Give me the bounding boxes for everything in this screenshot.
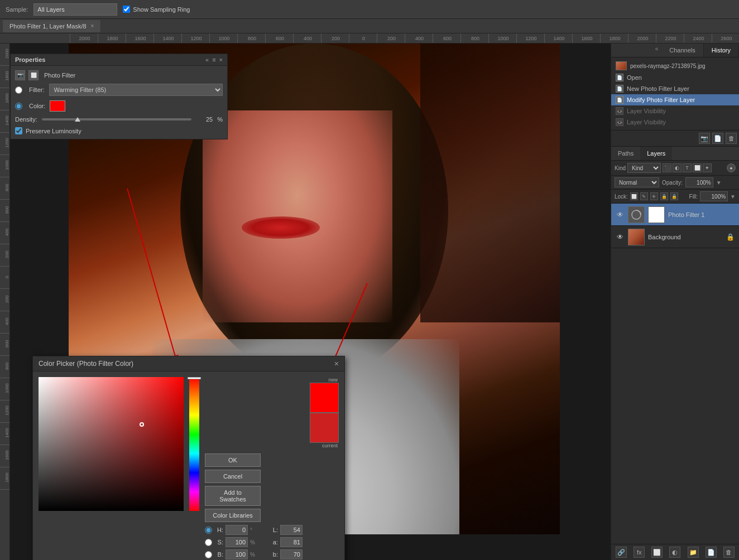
history-panel-tabs: « Channels History: [611, 44, 739, 57]
dialog-title: Color Picker (Photo Filter Color): [39, 360, 133, 368]
paths-tab[interactable]: Paths: [611, 147, 640, 160]
history-item[interactable]: 📄 New Photo Filter Layer: [611, 83, 739, 94]
blab-label: b:: [269, 551, 278, 558]
layer-visibility-toggle-bg[interactable]: 👁: [616, 233, 625, 242]
add-style-btn[interactable]: fx: [634, 547, 645, 558]
opacity-arrow[interactable]: ▼: [716, 180, 722, 186]
h-input[interactable]: [225, 525, 248, 535]
ruler-v-mark: 600: [0, 200, 9, 222]
pixel-filter-icon[interactable]: ⬛: [663, 163, 671, 172]
prop-camera-icon[interactable]: 📷: [15, 70, 25, 80]
new-label: new: [328, 377, 338, 383]
text-filter-icon[interactable]: T: [683, 163, 692, 172]
properties-menu-btn[interactable]: ≡: [212, 56, 215, 63]
show-ring-checkbox[interactable]: [123, 6, 130, 13]
layers-tab[interactable]: Layers: [640, 147, 672, 160]
ruler-v-mark: 600: [0, 334, 9, 356]
dialog-body: new current OK Cancel Add to Swatches Co…: [33, 371, 344, 560]
tab-close-button[interactable]: ×: [91, 23, 94, 29]
properties-body: 📷 ⬜ Photo Filter Filter: Warming Filter …: [11, 66, 227, 139]
s-input[interactable]: [225, 537, 248, 547]
ruler-mark: 1200: [181, 33, 209, 44]
delete-layer-btn[interactable]: 🗑: [723, 547, 735, 558]
add-mask-btn[interactable]: ⬜: [651, 547, 663, 558]
ruler-v-mark: 800: [0, 356, 9, 378]
blab-input[interactable]: [280, 549, 303, 559]
fill-label: Fill:: [689, 194, 698, 200]
ruler-v-mark: 400: [0, 222, 9, 244]
lock-position-icon[interactable]: ✎: [640, 192, 648, 200]
cancel-button[interactable]: Cancel: [205, 470, 261, 483]
prop-mask-icon[interactable]: ⬜: [28, 70, 39, 80]
history-item[interactable]: 📄 Open: [611, 72, 739, 83]
ruler-mark: 1800: [600, 33, 628, 44]
hue-radio[interactable]: [205, 527, 212, 534]
opacity-input[interactable]: [685, 177, 713, 187]
layer-filter-toggle[interactable]: ●: [727, 163, 736, 172]
b-radio[interactable]: [205, 551, 212, 558]
ok-button[interactable]: OK: [205, 453, 261, 467]
panel-collapse-icon[interactable]: «: [652, 44, 662, 57]
preserve-luminosity-checkbox[interactable]: [15, 127, 22, 134]
history-snapshot-btn[interactable]: 📷: [699, 133, 710, 144]
layer-item-background[interactable]: 👁 Background 🔒: [611, 226, 739, 248]
a-input[interactable]: [280, 537, 303, 547]
smart-filter-icon[interactable]: ✦: [703, 163, 712, 172]
new-adjustment-btn[interactable]: ◐: [669, 547, 680, 558]
hue-slider[interactable]: [189, 377, 199, 511]
ruler-v-mark: 1800: [0, 66, 9, 88]
history-item[interactable]: 👁️ Layer Visibility: [611, 105, 739, 117]
l-input[interactable]: [280, 525, 303, 535]
color-swatch[interactable]: [50, 100, 65, 112]
history-list: pexels-raymagz-27138975.jpg 📄 Open 📄 New…: [611, 57, 739, 130]
density-label: Density:: [15, 116, 37, 123]
kind-select[interactable]: Kind: [627, 163, 661, 173]
filter-select[interactable]: Warming Filter (85): [49, 84, 223, 96]
adjustment-filter-icon[interactable]: ◐: [673, 163, 682, 172]
history-item-label: Layer Visibility: [627, 119, 666, 125]
history-item-active[interactable]: 📄 Modify Photo Filter Layer: [611, 94, 739, 105]
color-field[interactable]: [39, 377, 184, 511]
top-toolbar: Sample: All Layers Show Sampling Ring: [0, 0, 739, 19]
blend-mode-select[interactable]: Normal: [615, 177, 659, 187]
new-layer-btn[interactable]: 📄: [706, 547, 717, 558]
preserve-luminosity-row: Preserve Luminosity: [15, 127, 223, 134]
channels-tab[interactable]: Channels: [661, 44, 703, 57]
color-radio[interactable]: [15, 103, 22, 110]
density-slider[interactable]: [42, 118, 191, 120]
add-to-swatches-button[interactable]: Add to Swatches: [205, 486, 261, 506]
lock-pixels-icon[interactable]: ⬜: [630, 192, 638, 200]
fill-arrow[interactable]: ▼: [730, 194, 736, 200]
layer-visibility-toggle[interactable]: 👁: [616, 210, 625, 219]
ruler-v-mark: 1800: [0, 467, 9, 490]
history-trash-btn[interactable]: 🗑: [726, 133, 737, 144]
link-layers-btn[interactable]: 🔗: [616, 547, 627, 558]
history-item[interactable]: pexels-raymagz-27138975.jpg: [611, 60, 739, 72]
s-radio[interactable]: [205, 539, 212, 546]
history-item[interactable]: 👁️ Layer Visibility: [611, 117, 739, 128]
b-input[interactable]: [225, 549, 248, 559]
filter-radio[interactable]: [15, 86, 22, 94]
current-label: current: [322, 443, 338, 448]
color-preview-area: new current: [205, 377, 339, 448]
fill-input[interactable]: [700, 191, 728, 201]
properties-collapse-btn[interactable]: «: [205, 56, 209, 63]
ruler-v-mark: 1000: [0, 155, 9, 177]
shape-filter-icon[interactable]: ⬜: [693, 163, 702, 172]
color-libraries-button[interactable]: Color Libraries: [205, 509, 261, 522]
lock-artboard-icon[interactable]: 🔒: [660, 192, 668, 200]
layer-item-photo-filter[interactable]: 👁 Photo Filter 1: [611, 204, 739, 226]
sample-label: Sample:: [6, 6, 28, 13]
ruler-v-mark: 1600: [0, 445, 9, 467]
history-new-doc-btn[interactable]: 📄: [712, 133, 723, 144]
ruler-mark: 1000: [488, 33, 516, 44]
lock-all-icon[interactable]: 🔒: [670, 192, 678, 200]
lock-move-icon[interactable]: ✛: [650, 192, 658, 200]
properties-close-btn[interactable]: ×: [219, 56, 223, 63]
history-tab[interactable]: History: [704, 44, 739, 57]
document-tab[interactable]: Photo Filter 1, Layer Mask/8 ×: [3, 20, 101, 32]
dialog-close-button[interactable]: ×: [334, 359, 339, 368]
sample-select[interactable]: All Layers: [33, 3, 117, 16]
show-ring-label[interactable]: Show Sampling Ring: [123, 6, 190, 13]
new-group-btn[interactable]: 📁: [688, 547, 699, 558]
